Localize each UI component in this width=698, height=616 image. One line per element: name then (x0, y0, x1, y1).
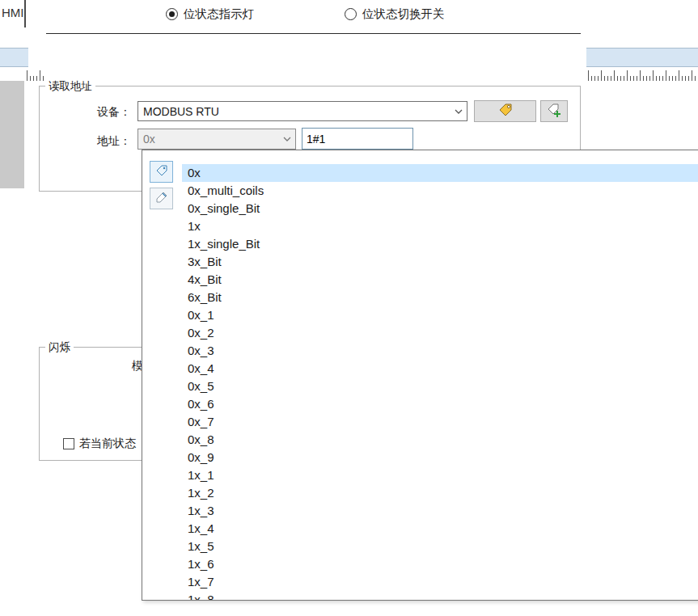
toolbar-strip-left (0, 48, 28, 67)
hmi-window-tab[interactable]: HMI (0, 0, 26, 27)
radio-bit-lamp-label: 位状态指示灯 (184, 6, 254, 22)
tag-icon (155, 164, 168, 180)
radio-circle-icon (166, 8, 178, 20)
address-type-option[interactable]: 0x_5 (182, 378, 698, 395)
address-type-option[interactable]: 1x_1 (182, 466, 698, 484)
background-workspace-panel (0, 81, 24, 188)
address-type-option[interactable]: 1x_4 (182, 520, 698, 538)
popup-tag-button[interactable] (150, 161, 173, 183)
address-type-option[interactable]: 1x_2 (182, 484, 698, 502)
tag-plus-icon (546, 102, 562, 121)
address-type-option[interactable]: 0x_7 (182, 413, 698, 431)
tag-icon (497, 102, 514, 121)
add-tag-button[interactable] (540, 100, 568, 122)
address-type-option[interactable]: 0x_1 (182, 306, 698, 324)
popup-edit-tag-button[interactable] (150, 188, 173, 209)
ruler-left (27, 70, 44, 81)
radio-bit-toggle-switch[interactable]: 位状态切换开关 (345, 6, 445, 21)
radio-circle-icon (345, 8, 357, 20)
tag-library-button[interactable] (474, 100, 536, 122)
address-type-list: 0x0x_multi_coils0x_single_Bit1x1x_single… (182, 164, 698, 600)
address-type-option[interactable]: 1x_8 (182, 591, 698, 600)
blink-condition-row[interactable]: 若当前状态 (63, 437, 136, 451)
address-type-option[interactable]: 0x_multi_coils (182, 182, 698, 200)
address-type-option[interactable]: 4x_Bit (182, 271, 698, 289)
address-type-option[interactable]: 1x_5 (182, 538, 698, 555)
device-select-value: MODBUS RTU (138, 105, 451, 118)
address-type-option[interactable]: 0x_6 (182, 395, 698, 413)
address-type-option[interactable]: 0x (182, 164, 698, 182)
read-address-group-title: 读取地址 (45, 79, 95, 93)
address-type-option[interactable]: 0x_single_Bit (182, 200, 698, 217)
address-type-option[interactable]: 1x_single_Bit (182, 235, 698, 253)
address-type-option[interactable]: 0x_8 (182, 431, 698, 449)
address-type-select[interactable]: 0x (137, 129, 296, 150)
address-type-option[interactable]: 1x_6 (182, 555, 698, 573)
tag-edit-icon (155, 191, 168, 207)
address-type-option[interactable]: 0x_9 (182, 449, 698, 466)
address-type-option[interactable]: 1x (182, 217, 698, 235)
checkbox-icon[interactable] (63, 438, 74, 449)
address-type-option[interactable]: 0x_4 (182, 360, 698, 378)
address-type-option[interactable]: 3x_Bit (182, 253, 698, 271)
address-label: 地址： (79, 134, 131, 149)
address-type-option[interactable]: 0x_2 (182, 324, 698, 342)
chevron-down-icon[interactable] (451, 102, 467, 120)
address-type-dropdown-popup: 0x0x_multi_coils0x_single_Bit1x1x_single… (142, 150, 698, 601)
address-type-option[interactable]: 1x_3 (182, 502, 698, 520)
device-label: 设备： (79, 105, 131, 120)
radio-bit-lamp[interactable]: 位状态指示灯 (166, 6, 254, 21)
radio-bit-toggle-label: 位状态切换开关 (362, 6, 445, 22)
address-type-option[interactable]: 6x_Bit (182, 289, 698, 306)
device-select[interactable]: MODBUS RTU (137, 101, 467, 121)
toolbar-strip-right (586, 48, 698, 67)
address-value-input[interactable] (302, 128, 413, 150)
ruler-right (588, 70, 698, 81)
address-type-value: 0x (138, 133, 279, 146)
chevron-down-icon[interactable] (279, 129, 295, 149)
section-divider (46, 33, 581, 34)
blink-condition-label: 若当前状态 (79, 437, 136, 451)
address-type-option[interactable]: 1x_7 (182, 573, 698, 591)
blink-group-title: 闪烁 (45, 340, 74, 354)
address-type-option[interactable]: 0x_3 (182, 342, 698, 360)
